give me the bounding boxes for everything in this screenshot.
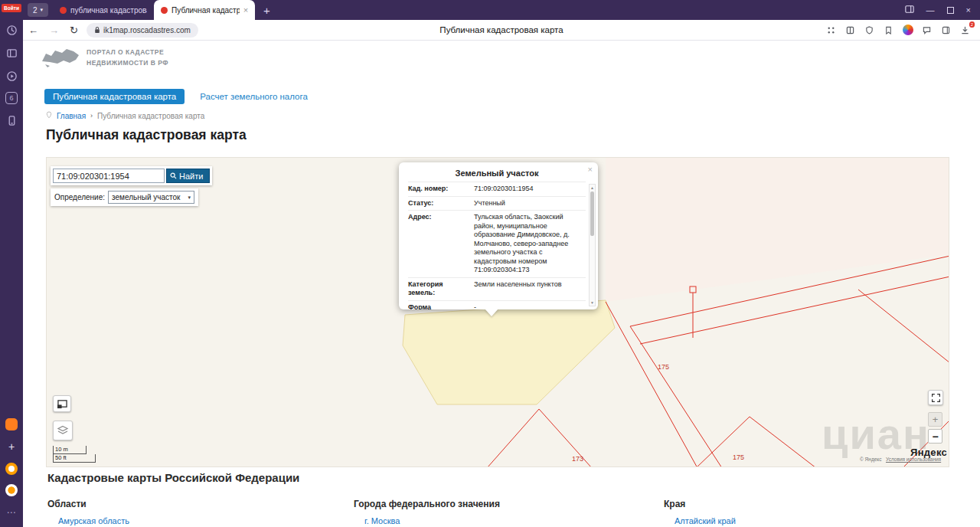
footer-link[interactable]: г. Москва: [364, 516, 400, 525]
selected-parcel-polygon[interactable]: [403, 300, 615, 404]
map-container[interactable]: 175 173 175 циан Найти Определение: земе…: [46, 157, 949, 467]
layers-button[interactable]: [53, 421, 73, 440]
browser-tab-1[interactable]: публичная кадастровая: [53, 0, 154, 20]
login-button[interactable]: Войти: [2, 4, 21, 12]
tab-public-map[interactable]: Публичная кадастровая карта: [44, 89, 185, 104]
row-value: 71:09:020301:1954: [474, 185, 586, 194]
area-icon: [57, 399, 68, 409]
chat-icon[interactable]: [921, 25, 933, 36]
search-icon: [170, 172, 177, 179]
row-value: Тульская область, Заокский район, муници…: [474, 213, 586, 275]
layers-icon: [57, 425, 69, 436]
browser-navbar: Публичная кадастровая карта ← → ↻ ik1map…: [23, 20, 980, 41]
more-icon[interactable]: ⋯: [5, 506, 18, 519]
avatar[interactable]: [902, 25, 913, 36]
new-tab-button[interactable]: +: [263, 4, 270, 17]
panels-icon[interactable]: [5, 46, 18, 60]
counter-badge[interactable]: 6: [5, 92, 18, 104]
site-page: ПОРТАЛ О КАДАСТРЕ НЕДВИЖИМОСТИ В РФ Публ…: [23, 41, 980, 527]
shield-icon[interactable]: [864, 25, 875, 36]
screen: Войти 6 + ⋯ 2 ▾ публичная кадастров: [0, 0, 980, 527]
scale-imperial: 50 ft: [53, 454, 96, 463]
zoom-in-button[interactable]: +: [928, 412, 942, 427]
add-icon[interactable]: +: [5, 440, 18, 453]
footer-col-title: Края: [664, 499, 685, 509]
close-icon[interactable]: ×: [966, 5, 971, 15]
forward-icon[interactable]: →: [49, 25, 59, 36]
tab-group-count: 2: [33, 6, 38, 15]
map-region-tint: [606, 158, 949, 302]
tab-title: Публичная кадастровая: [172, 6, 240, 15]
object-type-select[interactable]: земельный участок ▾: [108, 191, 194, 204]
fullscreen-icon: [931, 393, 941, 403]
footer-heading: Кадастровые карты Российской Федерации: [47, 471, 299, 484]
map-scale: 10 m 50 ft: [53, 446, 96, 463]
breadcrumb-current: Публичная кадастровая карта: [97, 112, 204, 120]
site-logo[interactable]: ПОРТАЛ О КАДАСТРЕ НЕДВИЖИМОСТИ В РФ: [41, 46, 168, 70]
phone-icon[interactable]: [5, 113, 18, 127]
url-text: ik1map.roscadastres.com: [103, 26, 191, 34]
page-heading: Публичная кадастровая карта: [46, 127, 247, 143]
popup-row: Категория земель: Земли населенных пункт…: [408, 277, 586, 300]
browser-tab-2-active[interactable]: Публичная кадастровая ×: [154, 0, 255, 20]
pin-icon: [46, 111, 52, 120]
history-icon[interactable]: [5, 23, 18, 37]
russia-map-icon: [41, 46, 80, 70]
browser-panels-icon[interactable]: [905, 5, 914, 15]
tab-close-icon[interactable]: ×: [243, 5, 248, 15]
breadcrumb-separator: ›: [90, 112, 93, 119]
scrollbar-thumb[interactable]: [590, 191, 594, 236]
fullscreen-button[interactable]: [928, 390, 943, 405]
tab-favicon: [161, 7, 168, 14]
footer-link[interactable]: Алтайский край: [675, 516, 736, 525]
download-icon[interactable]: 2: [959, 25, 971, 36]
yandex-logo: Яндекс: [910, 447, 947, 458]
parcel-info-popup: × Земельный участок Кад. номер: 71:09:02…: [399, 162, 598, 309]
minimize-icon[interactable]: —: [926, 5, 935, 15]
row-value: Учтенный: [474, 199, 586, 208]
breadcrumb-home-link[interactable]: Главная: [57, 112, 86, 120]
alice-icon[interactable]: [5, 463, 18, 475]
tab-favicon: [60, 7, 67, 14]
mail-icon[interactable]: [5, 484, 18, 496]
parcel-number-label: 175: [658, 363, 669, 371]
download-badge: 2: [969, 21, 975, 28]
popup-close-icon[interactable]: ×: [588, 165, 593, 174]
scroll-up-icon[interactable]: ▲: [590, 185, 595, 191]
popup-scrollbar[interactable]: ▲ ▼: [589, 184, 596, 306]
tab-bar: 2 ▾ публичная кадастровая Публичная када…: [23, 0, 980, 20]
tab-land-tax[interactable]: Расчет земельного налога: [200, 92, 308, 101]
messenger-icon[interactable]: [5, 418, 18, 430]
browser-sidebar: Войти 6 + ⋯: [0, 0, 23, 527]
popup-row: Адрес: Тульская область, Заокский район,…: [408, 210, 586, 277]
zoom-out-button[interactable]: −: [928, 429, 942, 444]
back-icon[interactable]: ←: [28, 25, 38, 36]
bookmark-icon[interactable]: [883, 25, 894, 36]
sidebar-toggle-icon[interactable]: [940, 25, 952, 36]
scroll-down-icon[interactable]: ▼: [590, 300, 595, 306]
popup-pointer: [485, 309, 498, 316]
tab-title: публичная кадастровая: [70, 6, 147, 15]
row-label: Статус:: [408, 199, 474, 208]
footer-link[interactable]: Амурская область: [58, 516, 129, 525]
maximize-icon[interactable]: [947, 7, 954, 14]
footer-col-title: Города федерального значения: [354, 499, 500, 509]
popup-title: Земельный участок: [408, 169, 586, 178]
select-area-button[interactable]: [53, 395, 71, 412]
breadcrumb: Главная › Публичная кадастровая карта: [46, 111, 204, 120]
cadastral-search-input[interactable]: [53, 169, 165, 183]
refresh-icon[interactable]: ↻: [70, 25, 78, 36]
sidebar-bottom: + ⋯: [5, 414, 18, 527]
chevron-down-icon: ▾: [41, 7, 44, 13]
play-icon[interactable]: [5, 69, 18, 83]
navbar-actions: 2: [825, 25, 980, 36]
address-bar[interactable]: ik1map.roscadastres.com: [87, 23, 198, 38]
lock-icon: [94, 26, 100, 34]
scale-metric: 10 m: [53, 446, 87, 454]
map-search-panel: Найти: [51, 166, 212, 185]
tab-group-chip[interactable]: 2 ▾: [28, 3, 48, 17]
apps-grid-icon[interactable]: [825, 25, 837, 36]
filter-label: Определение:: [54, 193, 105, 201]
find-button[interactable]: Найти: [166, 169, 210, 183]
collections-icon[interactable]: [844, 25, 856, 36]
